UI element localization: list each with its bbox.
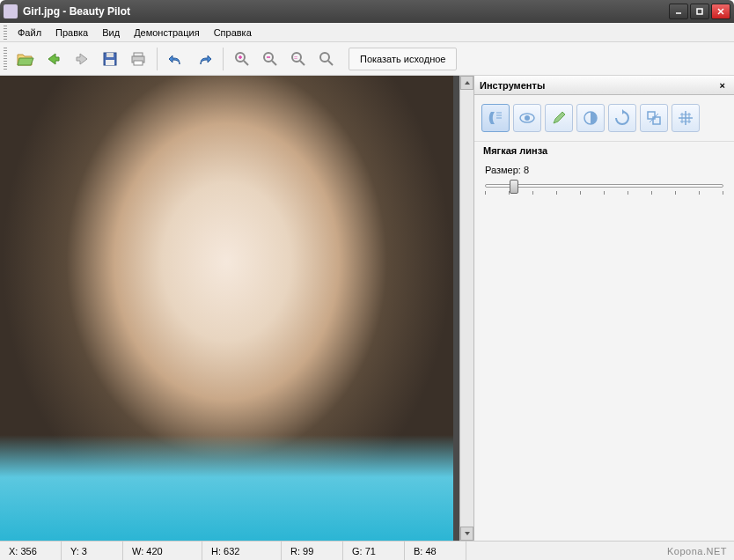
panel-header: Инструменты × bbox=[474, 76, 734, 95]
panel-close-button[interactable]: × bbox=[716, 80, 729, 91]
toolbar-separator bbox=[157, 48, 158, 70]
maximize-button[interactable] bbox=[690, 4, 709, 19]
show-original-button[interactable]: Показать исходное bbox=[349, 48, 457, 70]
section-label: Мягкая линза bbox=[474, 141, 734, 159]
svg-line-21 bbox=[328, 61, 333, 65]
redo-button[interactable] bbox=[191, 46, 217, 72]
back-button[interactable] bbox=[40, 46, 67, 72]
menu-edit[interactable]: Правка bbox=[48, 25, 95, 41]
tool-contrast[interactable] bbox=[576, 104, 605, 132]
slider-thumb[interactable] bbox=[510, 180, 518, 194]
svg-point-20 bbox=[320, 53, 329, 62]
slider-track[interactable] bbox=[485, 184, 723, 188]
menu-file[interactable]: Файл bbox=[11, 25, 48, 41]
toolbar-separator bbox=[223, 48, 224, 70]
undo-button[interactable] bbox=[163, 46, 189, 72]
open-button[interactable] bbox=[12, 46, 39, 72]
status-g: G: 71 bbox=[343, 542, 405, 560]
svg-line-18 bbox=[300, 61, 305, 65]
zoom-actual-button[interactable] bbox=[313, 46, 340, 72]
tool-rotate[interactable] bbox=[608, 104, 636, 132]
titlebar: Girl.jpg - Beauty Pilot bbox=[0, 0, 734, 23]
status-r: R: 99 bbox=[282, 542, 343, 560]
svg-rect-6 bbox=[106, 60, 114, 65]
scroll-track[interactable] bbox=[460, 90, 473, 527]
menu-demo[interactable]: Демонстрация bbox=[127, 25, 207, 41]
tool-brush[interactable] bbox=[545, 104, 573, 132]
minimize-button[interactable] bbox=[669, 4, 688, 19]
status-w: W: 420 bbox=[123, 542, 202, 560]
status-b: B: 48 bbox=[405, 542, 466, 560]
save-button[interactable] bbox=[97, 46, 123, 72]
status-y: Y: 3 bbox=[62, 542, 123, 560]
tool-grid[interactable] bbox=[672, 104, 700, 132]
menubar: Файл Правка Вид Демонстрация Справка bbox=[0, 23, 734, 42]
svg-point-26 bbox=[525, 115, 530, 121]
window-title: Girl.jpg - Beauty Pilot bbox=[23, 5, 669, 18]
tool-soft-lens[interactable] bbox=[481, 104, 510, 132]
toolbar: = Показать исходное bbox=[0, 42, 734, 76]
status-h: H: 632 bbox=[202, 542, 282, 560]
menubar-grip[interactable] bbox=[4, 26, 7, 40]
svg-line-30 bbox=[650, 114, 658, 122]
close-button[interactable] bbox=[711, 4, 730, 19]
size-slider[interactable] bbox=[474, 181, 734, 205]
svg-text:=: = bbox=[294, 55, 297, 61]
slider-ticks bbox=[485, 191, 723, 195]
tools-panel: Инструменты × Мягкая линза Размер: 8 bbox=[473, 76, 734, 541]
workspace: Инструменты × Мягкая линза Размер: 8 bbox=[0, 76, 734, 541]
zoom-fit-button[interactable]: = bbox=[285, 46, 312, 72]
svg-rect-1 bbox=[697, 9, 702, 14]
statusbar: X: 356 Y: 3 W: 420 H: 632 R: 99 G: 71 B:… bbox=[0, 541, 734, 560]
svg-rect-7 bbox=[134, 53, 143, 56]
svg-rect-9 bbox=[134, 61, 143, 65]
tool-eye[interactable] bbox=[513, 104, 541, 132]
panel-title: Инструменты bbox=[480, 80, 545, 91]
app-icon bbox=[4, 4, 18, 18]
vertical-scrollbar[interactable] bbox=[459, 76, 473, 541]
tool-row bbox=[474, 95, 734, 141]
svg-line-11 bbox=[244, 61, 248, 65]
size-value: 8 bbox=[524, 165, 529, 175]
tool-resize[interactable] bbox=[640, 104, 668, 132]
zoom-out-button[interactable] bbox=[257, 46, 283, 72]
forward-button[interactable] bbox=[69, 46, 95, 72]
watermark: Kopona.NET bbox=[667, 546, 727, 556]
scroll-down-icon[interactable] bbox=[460, 527, 473, 541]
svg-line-15 bbox=[272, 61, 276, 65]
menu-view[interactable]: Вид bbox=[95, 25, 127, 41]
toolbar-grip[interactable] bbox=[4, 48, 7, 70]
size-label: Размер: bbox=[485, 165, 521, 175]
image-canvas[interactable] bbox=[0, 76, 453, 541]
menu-help[interactable]: Справка bbox=[207, 25, 259, 41]
window-controls bbox=[669, 4, 730, 19]
canvas-area bbox=[0, 76, 473, 541]
zoom-in-button[interactable] bbox=[229, 46, 255, 72]
print-button[interactable] bbox=[125, 46, 151, 72]
size-param: Размер: 8 bbox=[474, 159, 734, 181]
svg-rect-5 bbox=[106, 53, 114, 57]
scroll-up-icon[interactable] bbox=[460, 76, 473, 90]
status-x: X: 356 bbox=[0, 542, 62, 560]
